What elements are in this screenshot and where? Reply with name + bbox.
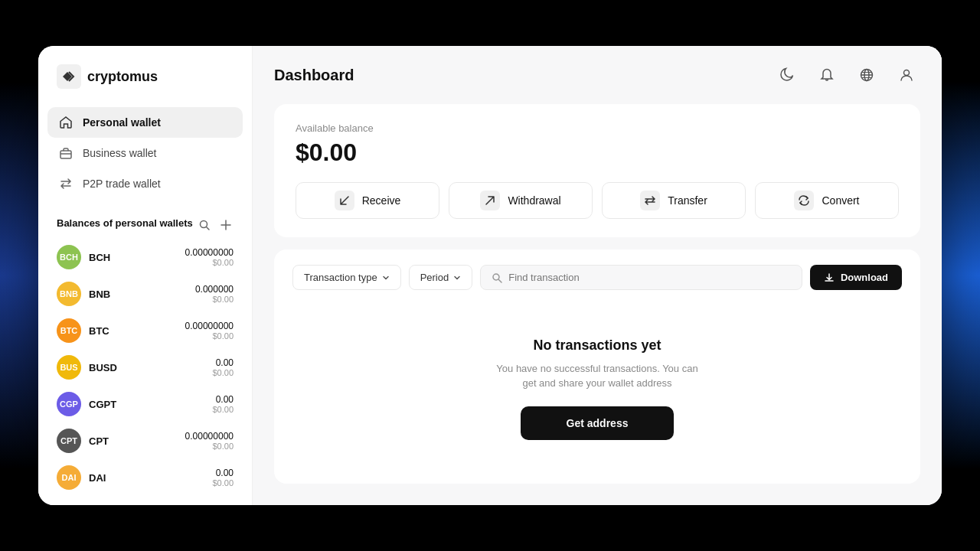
action-buttons: Receive Withdrawal: [296, 182, 899, 219]
profile-button[interactable]: [893, 61, 920, 89]
period-label: Period: [420, 272, 449, 283]
coin-balance-cgpt: 0.00 $0.00: [212, 394, 234, 414]
coin-icon-dai: DAI: [57, 465, 81, 490]
period-filter[interactable]: Period: [409, 265, 473, 290]
wallet-item-dai[interactable]: DAI DAI 0.00 $0.00: [47, 459, 243, 496]
wallet-item-cgpt[interactable]: CGP CGPT 0.00 $0.00: [47, 386, 243, 422]
coin-icon-cpt: CPT: [57, 429, 81, 453]
coin-name-cgpt: CGPT: [89, 399, 204, 410]
coin-name-bch: BCH: [89, 252, 178, 263]
balances-title: Balances of personal wallets: [57, 217, 193, 230]
transfer-icon: [640, 191, 660, 210]
dark-mode-button[interactable]: [773, 61, 801, 89]
content-area: Available balance $0.00 Receive: [253, 104, 942, 505]
empty-state: No transactions yet You have no successf…: [292, 308, 902, 468]
logo: cryptomus: [38, 64, 252, 107]
coin-name-bnb: BNB: [89, 289, 188, 300]
withdrawal-icon: [480, 191, 500, 210]
receive-button[interactable]: Receive: [296, 182, 439, 219]
coin-name-btc: BTC: [89, 325, 178, 337]
download-icon: [824, 272, 835, 283]
search-balances-button[interactable]: [197, 217, 212, 233]
download-button[interactable]: Download: [810, 265, 902, 290]
svg-point-13: [493, 274, 499, 280]
convert-label: Convert: [822, 194, 859, 207]
withdrawal-label: Withdrawal: [508, 194, 560, 207]
coin-balance-btc: 0.00000000 $0.00: [185, 321, 234, 341]
sidebar-item-p2p-wallet[interactable]: P2P trade wallet: [47, 168, 243, 199]
period-chevron-icon: [453, 274, 461, 282]
svg-point-12: [904, 70, 910, 76]
wallet-item-btc[interactable]: BTC BTC 0.00000000 $0.00: [47, 312, 243, 349]
search-input[interactable]: [508, 272, 791, 283]
svg-line-14: [499, 279, 502, 282]
download-label: Download: [841, 272, 888, 283]
svg-line-4: [207, 227, 210, 230]
sidebar-item-business-wallet[interactable]: Business wallet: [47, 138, 243, 168]
coin-icon-btc: BTC: [57, 318, 81, 343]
main-content: Dashboard: [253, 46, 942, 505]
transfer-label: Transfer: [668, 194, 707, 207]
wallet-item-bch[interactable]: BCH BCH 0.00000000 $0.00: [47, 239, 243, 276]
coin-icon-cgpt: CGP: [57, 392, 81, 416]
logo-icon: [57, 64, 81, 89]
coin-balance-busd: 0.00 $0.00: [212, 357, 234, 377]
balance-amount: $0.00: [296, 139, 899, 167]
sidebar-item-business-wallet-label: Business wallet: [83, 147, 157, 159]
coin-icon-busd: BUS: [57, 355, 81, 380]
sidebar: cryptomus Personal wallet: [38, 46, 253, 505]
p2p-icon: [58, 176, 74, 191]
search-icon: [492, 272, 502, 283]
add-balance-button[interactable]: [218, 217, 234, 233]
wallet-list: BCH BCH 0.00000000 $0.00 BNB BNB 0.00000…: [38, 239, 252, 496]
sidebar-item-p2p-wallet-label: P2P trade wallet: [83, 178, 161, 190]
app-container: cryptomus Personal wallet: [38, 46, 942, 505]
wallet-item-bnb[interactable]: BNB BNB 0.000000 $0.00: [47, 276, 243, 312]
coin-balance-dai: 0.00 $0.00: [212, 468, 234, 487]
app-name: cryptomus: [87, 69, 158, 85]
empty-title: No transactions yet: [533, 337, 661, 354]
coin-icon-bch: BCH: [57, 245, 81, 269]
coin-balance-bch: 0.00000000 $0.00: [185, 247, 234, 267]
page-title: Dashboard: [274, 67, 354, 84]
wallet-item-busd[interactable]: BUS BUSD 0.00 $0.00: [47, 349, 243, 386]
top-bar: Dashboard: [253, 46, 942, 104]
briefcase-icon: [58, 145, 74, 161]
home-icon: [58, 115, 74, 130]
transfer-button[interactable]: Transfer: [602, 182, 746, 219]
coin-balance-cpt: 0.00000000 $0.00: [185, 431, 234, 451]
convert-button[interactable]: Convert: [755, 182, 899, 219]
get-address-button[interactable]: Get address: [521, 406, 675, 440]
receive-icon: [335, 191, 354, 210]
top-icons: [773, 61, 920, 89]
chevron-down-icon: [382, 274, 390, 282]
transactions-toolbar: Transaction type Period: [292, 265, 902, 290]
withdrawal-button[interactable]: Withdrawal: [449, 182, 593, 219]
notifications-button[interactable]: [813, 61, 841, 89]
search-box: [480, 265, 802, 290]
balances-header: Balances of personal wallets: [38, 205, 252, 239]
svg-rect-1: [60, 151, 71, 158]
sidebar-item-personal-wallet-label: Personal wallet: [83, 116, 161, 129]
nav-section: Personal wallet Business wallet: [38, 107, 252, 199]
get-address-label: Get address: [567, 417, 629, 429]
wallet-item-cpt[interactable]: CPT CPT 0.00000000 $0.00: [47, 422, 243, 459]
sidebar-item-personal-wallet[interactable]: Personal wallet: [47, 107, 243, 138]
coin-name-busd: BUSD: [89, 362, 204, 373]
coin-name-dai: DAI: [89, 472, 204, 484]
coin-icon-bnb: BNB: [57, 282, 81, 306]
balances-actions: [197, 217, 234, 233]
language-button[interactable]: [853, 61, 880, 89]
transactions-panel: Transaction type Period: [274, 249, 920, 484]
coin-balance-bnb: 0.000000 $0.00: [195, 284, 234, 304]
available-balance-label: Available balance: [296, 122, 899, 134]
empty-description: You have no successful transactions. You…: [490, 361, 704, 391]
coin-name-cpt: CPT: [89, 435, 178, 447]
transaction-type-filter[interactable]: Transaction type: [292, 265, 401, 290]
balance-card: Available balance $0.00 Receive: [274, 104, 920, 237]
convert-icon: [794, 191, 814, 210]
transaction-type-label: Transaction type: [304, 272, 377, 283]
receive-label: Receive: [362, 194, 401, 207]
